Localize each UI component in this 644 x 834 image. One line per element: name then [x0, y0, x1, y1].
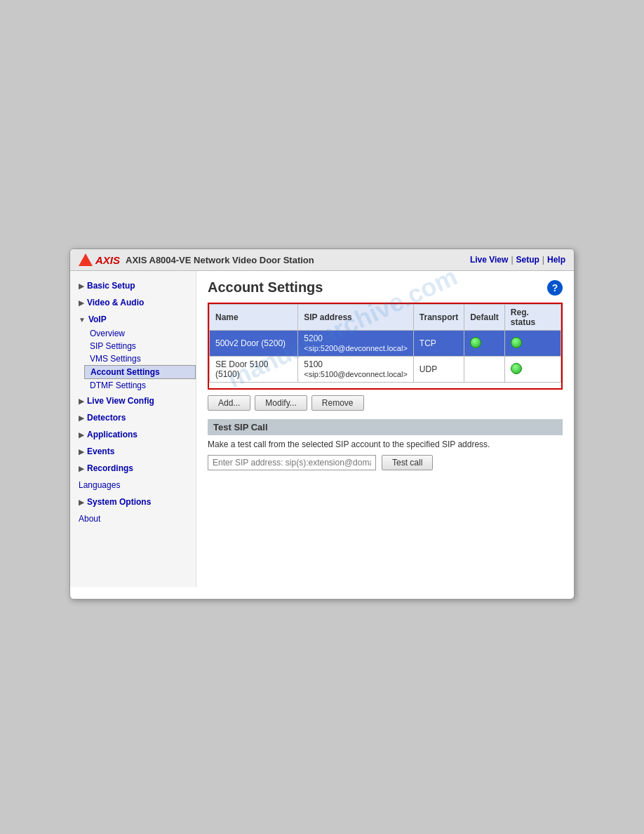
sidebar-label-recordings: Recordings	[87, 463, 133, 473]
cell-transport: TCP	[413, 331, 464, 357]
sidebar-item-languages[interactable]: Languages	[70, 477, 196, 493]
sidebar-label-vms-settings: VMS Settings	[90, 354, 141, 364]
sidebar-item-system-options[interactable]: ▶ System Options	[70, 494, 196, 510]
content-area: ▶ Basic Setup ▶ Video & Audio ▼ VoIP Ove…	[70, 271, 574, 587]
arrow-icon: ▶	[79, 431, 84, 439]
sidebar-label-system-options: System Options	[87, 497, 151, 507]
sidebar-item-video-audio[interactable]: ▶ Video & Audio	[70, 295, 196, 310]
test-sip-section: Test SIP Call Make a test call from the …	[208, 419, 563, 470]
sidebar-label-voip: VoIP	[88, 315, 107, 324]
sidebar-item-recordings[interactable]: ▶ Recordings	[70, 461, 196, 476]
live-view-link[interactable]: Live View	[470, 255, 508, 265]
sidebar-label-dtmf-settings: DTMF Settings	[90, 380, 146, 390]
arrow-icon: ▼	[79, 316, 86, 324]
arrow-icon: ▶	[79, 448, 84, 456]
test-sip-title: Test SIP Call	[208, 419, 563, 435]
account-table: Name SIP address Transport Default Reg. …	[209, 304, 561, 383]
help-link[interactable]: Help	[547, 255, 565, 265]
sidebar-label-overview: Overview	[90, 329, 125, 338]
modify-button[interactable]: Modify...	[255, 395, 307, 411]
col-transport: Transport	[413, 305, 464, 331]
header-nav: Live View | Setup | Help	[470, 255, 565, 265]
default-status-icon	[470, 337, 481, 348]
sidebar-label-basic-setup: Basic Setup	[87, 281, 135, 291]
cell-sip-address: 5200<sip:5200@devconnect.local>	[298, 331, 414, 357]
test-call-button[interactable]: Test call	[382, 455, 433, 470]
header-bar: AXIS AXIS A8004-VE Network Video Door St…	[70, 249, 574, 271]
sidebar-section-system-options: ▶ System Options	[70, 494, 196, 510]
sidebar-item-sip-settings[interactable]: SIP Settings	[84, 340, 196, 352]
sidebar-label-applications: Applications	[87, 430, 137, 439]
sidebar-item-dtmf-settings[interactable]: DTMF Settings	[84, 379, 196, 392]
col-default: Default	[464, 305, 505, 331]
page-title-row: Account Settings ?	[208, 279, 563, 296]
arrow-icon: ▶	[79, 282, 84, 290]
help-button[interactable]: ?	[547, 280, 563, 296]
product-name-text: AXIS A8004-VE Network Video Door Station	[126, 255, 314, 265]
sidebar-item-vms-settings[interactable]: VMS Settings	[84, 352, 196, 365]
axis-brand-text: AXIS	[95, 254, 120, 266]
cell-default	[464, 331, 505, 357]
page-title: Account Settings	[208, 279, 323, 296]
sidebar-section-applications: ▶ Applications	[70, 427, 196, 442]
test-sip-description: Make a test call from the selected SIP a…	[208, 439, 563, 449]
product-title: AXIS A8004-VE Network Video Door Station	[126, 255, 314, 265]
sidebar-section-languages: Languages	[70, 477, 196, 493]
sidebar-section-about: About	[70, 511, 196, 527]
cell-reg-status	[504, 357, 561, 383]
sidebar-section-live-view-config: ▶ Live View Config	[70, 393, 196, 409]
cell-sip-address: 5100<sip:5100@devconnect.local>	[298, 357, 414, 383]
sidebar-item-about[interactable]: About	[70, 511, 196, 527]
remove-button[interactable]: Remove	[311, 395, 364, 411]
sidebar-label-languages: Languages	[79, 480, 120, 490]
reg-status-icon	[511, 363, 522, 374]
sidebar-item-detectors[interactable]: ▶ Detectors	[70, 410, 196, 425]
arrow-icon: ▶	[79, 299, 84, 307]
sidebar-label-detectors: Detectors	[87, 413, 126, 423]
sidebar-label-video-audio: Video & Audio	[87, 298, 144, 307]
sidebar-section-events: ▶ Events	[70, 444, 196, 459]
setup-link[interactable]: Setup	[516, 255, 539, 265]
sidebar-label-live-view-config: Live View Config	[87, 396, 154, 406]
main-content: manualsarchive.com Account Settings ? Na…	[196, 271, 574, 587]
cell-default	[464, 357, 505, 383]
sidebar-item-voip[interactable]: ▼ VoIP	[70, 312, 196, 327]
sidebar-item-basic-setup[interactable]: ▶ Basic Setup	[70, 278, 196, 293]
sidebar-item-overview[interactable]: Overview	[84, 327, 196, 340]
button-row: Add... Modify... Remove	[208, 395, 563, 411]
axis-triangle-icon	[79, 253, 93, 266]
sidebar-item-applications[interactable]: ▶ Applications	[70, 427, 196, 442]
arrow-icon: ▶	[79, 397, 84, 405]
sidebar-section-detectors: ▶ Detectors	[70, 410, 196, 425]
test-sip-row: Test call	[208, 455, 563, 470]
reg-status-icon	[511, 337, 522, 348]
sidebar-section-basic-setup: ▶ Basic Setup	[70, 278, 196, 293]
arrow-icon: ▶	[79, 498, 84, 506]
sidebar-label-sip-settings: SIP Settings	[90, 341, 136, 351]
cell-name: SE Door 5100 (5100)	[210, 357, 298, 383]
col-sip-address: SIP address	[298, 305, 414, 331]
axis-logo: AXIS	[79, 253, 120, 266]
sidebar-section-video-audio: ▶ Video & Audio	[70, 295, 196, 310]
sidebar-section-voip: ▼ VoIP Overview SIP Settings VMS Setting…	[70, 312, 196, 392]
account-table-container: Name SIP address Transport Default Reg. …	[208, 303, 563, 390]
sidebar: ▶ Basic Setup ▶ Video & Audio ▼ VoIP Ove…	[70, 271, 196, 587]
cell-transport: UDP	[413, 357, 464, 383]
table-row[interactable]: 500v2 Door (5200) 5200<sip:5200@devconne…	[210, 331, 561, 357]
sidebar-item-account-settings[interactable]: Account Settings	[84, 365, 196, 379]
add-button[interactable]: Add...	[208, 395, 250, 411]
col-name: Name	[210, 305, 298, 331]
sidebar-section-recordings: ▶ Recordings	[70, 461, 196, 476]
table-row[interactable]: SE Door 5100 (5100) 5100<sip:5100@devcon…	[210, 357, 561, 383]
arrow-icon: ▶	[79, 465, 84, 472]
sidebar-item-live-view-config[interactable]: ▶ Live View Config	[70, 393, 196, 409]
sidebar-voip-sub: Overview SIP Settings VMS Settings Accou…	[70, 327, 196, 392]
sidebar-label-account-settings: Account Settings	[90, 367, 160, 377]
sidebar-label-events: Events	[87, 446, 114, 456]
cell-reg-status	[504, 331, 561, 357]
cell-name: 500v2 Door (5200)	[210, 331, 298, 357]
sidebar-label-about: About	[79, 514, 100, 524]
sidebar-item-events[interactable]: ▶ Events	[70, 444, 196, 459]
sip-address-input[interactable]	[208, 455, 376, 470]
col-reg-status: Reg. status	[504, 305, 561, 331]
